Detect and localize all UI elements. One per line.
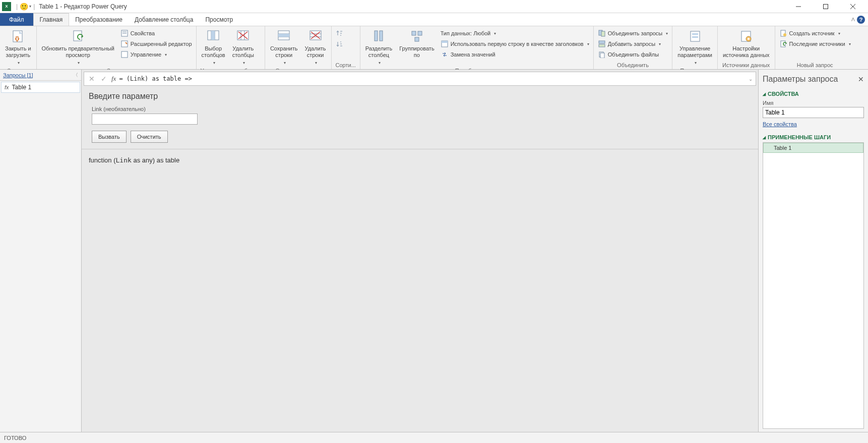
ribbon-group-combine: Объединить запросы Добавить запросы Объе…	[594, 26, 673, 69]
replace-values-button[interactable]: Замена значений	[439, 49, 591, 60]
sort-asc-button[interactable]	[334, 28, 346, 38]
datatype-button[interactable]: Тип данных: Любой	[439, 28, 591, 38]
remove-columns-icon	[235, 28, 251, 44]
svg-rect-33	[415, 37, 419, 41]
all-properties-link[interactable]: Все свойства	[763, 121, 864, 127]
recent-sources-button[interactable]: Последние источники	[777, 39, 853, 49]
first-row-headers-button[interactable]: Использовать первую строку в качестве за…	[439, 39, 591, 49]
formula-bar: ✕ ✓ fx ⌄	[84, 72, 756, 86]
keep-rows-icon	[276, 28, 292, 44]
append-queries-button[interactable]: Добавить запросы	[596, 39, 670, 49]
close-and-load-icon	[10, 28, 26, 44]
tab-transform[interactable]: Преобразование	[69, 13, 129, 26]
applied-steps-list: Table 1	[763, 142, 864, 429]
svg-point-47	[748, 38, 750, 40]
manage-parameters-button[interactable]: Управление параметрами	[674, 27, 715, 67]
manage-icon	[120, 50, 129, 59]
keep-rows-button[interactable]: Сохранить строки	[267, 27, 301, 67]
applied-steps-section-title[interactable]: ПРИМЕНЕННЫЕ ШАГИ	[763, 132, 864, 142]
svg-rect-44	[692, 36, 698, 38]
properties-section-title[interactable]: СВОЙСТВА	[763, 89, 864, 99]
maximize-button[interactable]	[817, 1, 835, 12]
parameters-icon	[687, 28, 703, 44]
tab-file[interactable]: Файл	[0, 13, 33, 26]
ribbon-group-label: Объединить	[596, 62, 670, 69]
close-and-load-button[interactable]: Закрыть и загрузить	[2, 27, 34, 67]
tab-add-column[interactable]: Добавление столбца	[129, 13, 200, 26]
queries-panel: Запросы [1] 〈 fx Table 1	[0, 70, 82, 432]
tab-home[interactable]: Главная	[33, 13, 70, 26]
svg-point-49	[783, 33, 786, 36]
svg-rect-43	[692, 33, 698, 35]
name-label: Имя	[763, 100, 864, 106]
close-panel-icon[interactable]: ✕	[858, 75, 864, 83]
query-item[interactable]: fx Table 1	[1, 82, 80, 93]
formula-input[interactable]	[119, 75, 746, 82]
queries-panel-title[interactable]: Запросы [1]	[3, 72, 33, 78]
ribbon-collapse-icon[interactable]: ᐱ	[851, 17, 855, 22]
sort-desc-button[interactable]	[334, 39, 346, 49]
invoke-button[interactable]: Вызвать	[92, 131, 127, 143]
properties-button[interactable]: Свойства	[118, 28, 194, 38]
ribbon-group-close: Закрыть и загрузить Закрыть	[0, 26, 37, 69]
applied-step[interactable]: Table 1	[763, 143, 863, 153]
window-title: Table 1 - Редактор Power Query	[39, 3, 127, 10]
manage-button[interactable]: Управление	[118, 49, 194, 60]
ribbon-tabs: Файл Главная Преобразование Добавление с…	[0, 13, 868, 26]
merge-queries-button[interactable]: Объединить запросы	[596, 28, 670, 38]
emoji-icon: 🙂	[20, 3, 28, 11]
tab-view[interactable]: Просмотр	[199, 13, 239, 26]
qat-dropdown-icon[interactable]: ▾	[29, 4, 31, 9]
ribbon-group-label: Новый запрос	[777, 62, 853, 69]
collapse-panel-icon[interactable]: 〈	[73, 72, 78, 79]
link-input[interactable]	[92, 114, 198, 125]
group-by-button[interactable]: Группировать по	[396, 27, 438, 60]
ribbon-group-rows: Сохранить строки Удалить строки Сократит…	[265, 26, 332, 69]
merge-icon	[598, 29, 606, 37]
ribbon-group-parameters: Управление параметрами Параметры	[672, 26, 718, 69]
queries-panel-header: Запросы [1] 〈	[0, 70, 81, 81]
window-controls	[789, 1, 866, 12]
ribbon-group-columns: Выбор столбцов Удалить столбцы Управлени…	[197, 26, 265, 69]
ribbon-group-label: Источники данных	[720, 62, 773, 69]
parameter-entry-area: Введите параметр Link (необязательно) Вы…	[82, 86, 758, 149]
close-button[interactable]	[844, 1, 862, 12]
formula-expand-icon[interactable]: ⌄	[749, 76, 753, 82]
ribbon-group-sort: Сорти...	[332, 26, 360, 69]
new-source-icon	[779, 29, 787, 37]
svg-rect-31	[412, 31, 416, 35]
new-source-button[interactable]: Создать источник	[777, 28, 853, 38]
refresh-preview-button[interactable]: Обновить предварительный просмотр	[39, 27, 117, 67]
remove-columns-button[interactable]: Удалить столбцы	[229, 27, 257, 67]
sort-desc-icon	[336, 40, 344, 48]
parameter-heading: Введите параметр	[89, 92, 751, 101]
clear-button[interactable]: Очистить	[131, 131, 168, 143]
title-bar: X | 🙂 ▾ | Table 1 - Редактор Power Query	[0, 0, 868, 13]
combine-files-icon	[598, 50, 606, 59]
status-bar: ГОТОВО	[0, 432, 868, 443]
fx-icon: fx	[111, 75, 116, 83]
choose-columns-button[interactable]: Выбор столбцов	[199, 27, 228, 67]
query-name-input[interactable]	[763, 107, 864, 118]
formula-cancel-button[interactable]: ✕	[87, 74, 96, 83]
svg-rect-29	[375, 31, 378, 41]
append-icon	[598, 40, 606, 48]
query-item-label: Table 1	[12, 84, 32, 91]
recent-sources-icon	[779, 40, 787, 48]
remove-rows-button[interactable]: Удалить строки	[302, 27, 329, 67]
help-icon[interactable]: ?	[857, 16, 865, 24]
ribbon-group-query: Обновить предварительный просмотр Свойст…	[37, 26, 197, 69]
svg-rect-23	[278, 34, 289, 37]
ribbon-group-transform: Разделить столбец Группировать по Тип да…	[360, 26, 594, 69]
split-column-button[interactable]: Разделить столбец	[362, 27, 395, 67]
advanced-editor-button[interactable]: Расширенный редактор	[118, 39, 194, 49]
excel-icon: X	[2, 2, 11, 11]
group-by-icon	[409, 28, 425, 44]
data-source-settings-button[interactable]: Настройки источника данных	[720, 27, 773, 60]
sort-asc-icon	[336, 29, 344, 37]
fx-icon: fx	[5, 84, 9, 90]
minimize-button[interactable]	[789, 1, 808, 12]
combine-files-button[interactable]: Объединить файлы	[596, 49, 670, 60]
advanced-editor-icon	[120, 40, 129, 48]
formula-confirm-button[interactable]: ✓	[99, 74, 108, 83]
